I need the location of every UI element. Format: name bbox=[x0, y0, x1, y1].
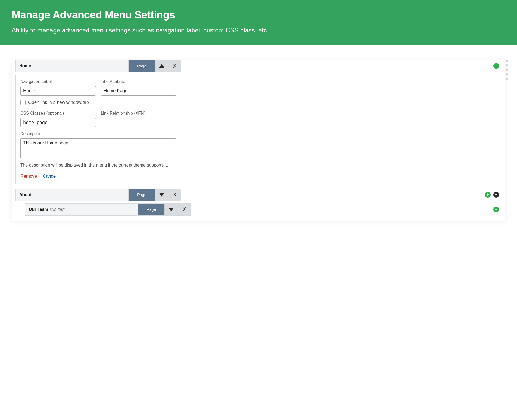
caret-down-icon bbox=[159, 193, 164, 197]
page-header: Manage Advanced Menu Settings Ability to… bbox=[0, 0, 517, 45]
menu-item-bar[interactable]: Home Page X bbox=[15, 60, 181, 72]
expand-toggle[interactable] bbox=[164, 204, 178, 215]
close-icon: X bbox=[183, 206, 186, 212]
actions-separator: | bbox=[38, 174, 42, 179]
description-help-text: The description will be displayed in the… bbox=[20, 162, 176, 168]
row-controls: + bbox=[181, 189, 499, 201]
title-attr-input[interactable] bbox=[101, 86, 176, 96]
remove-item-control[interactable] bbox=[493, 192, 499, 198]
menu-item-bar[interactable]: Our Team sub item Page X bbox=[25, 203, 191, 216]
open-new-checkbox[interactable] bbox=[20, 100, 26, 105]
menu-item-form: Navigation Label Title Attribute Open li… bbox=[15, 75, 181, 184]
menu-row-our-team: Our Team sub item Page X + bbox=[12, 203, 505, 216]
nav-label-input[interactable] bbox=[20, 86, 96, 96]
menu-item-title: About bbox=[16, 189, 128, 201]
collapse-toggle[interactable] bbox=[155, 60, 168, 72]
menu-item-type-badge: Page bbox=[128, 60, 155, 72]
remove-item-button[interactable]: X bbox=[168, 60, 181, 72]
menu-item-title: Our Team sub item bbox=[25, 204, 138, 215]
row-controls: + bbox=[181, 60, 499, 72]
nav-label-label: Navigation Label bbox=[20, 79, 96, 84]
css-classes-label: CSS Classes (optional) bbox=[20, 111, 96, 116]
css-classes-input[interactable] bbox=[20, 118, 96, 127]
add-item-button[interactable]: + bbox=[493, 63, 499, 69]
description-textarea[interactable] bbox=[20, 138, 176, 159]
menu-row-home: Home Page X + bbox=[12, 60, 505, 72]
description-label: Description bbox=[20, 131, 176, 136]
menu-item-title-text: Our Team bbox=[29, 207, 48, 212]
xfn-input[interactable] bbox=[101, 118, 176, 127]
add-item-button[interactable]: + bbox=[485, 192, 491, 198]
menu-settings-panel: Home Page X + Navigation Label bbox=[12, 60, 505, 221]
remove-item-button[interactable]: X bbox=[168, 189, 181, 201]
caret-down-icon bbox=[169, 208, 174, 211]
open-new-label: Open link in a new window/tab bbox=[28, 100, 89, 105]
xfn-label: Link Relationship (XFN) bbox=[101, 111, 176, 116]
menu-item-title: Home bbox=[16, 60, 128, 72]
menu-item-title-text: Home bbox=[19, 64, 31, 68]
close-icon: X bbox=[173, 63, 176, 69]
add-item-button[interactable]: + bbox=[493, 207, 499, 212]
menu-item-type-badge: Page bbox=[138, 204, 164, 215]
close-icon: X bbox=[173, 192, 176, 198]
cancel-link[interactable]: Cancel bbox=[43, 174, 57, 179]
caret-up-icon bbox=[159, 64, 164, 68]
menu-item-type-badge: Page bbox=[128, 189, 155, 201]
item-actions: Remove | Cancel bbox=[20, 174, 176, 179]
row-controls: + bbox=[191, 203, 499, 216]
menu-item-bar[interactable]: About Page X bbox=[15, 189, 181, 201]
expand-toggle[interactable] bbox=[155, 189, 168, 201]
remove-link[interactable]: Remove bbox=[20, 174, 37, 179]
page-subtitle: Ability to manage advanced menu settings… bbox=[12, 27, 505, 34]
content-area: Home Page X + Navigation Label bbox=[0, 45, 517, 231]
menu-item-sub-label: sub item bbox=[50, 207, 66, 212]
menu-row-about: About Page X + bbox=[12, 189, 505, 201]
title-attr-label: Title Attribute bbox=[101, 79, 176, 84]
page-title: Manage Advanced Menu Settings bbox=[12, 9, 505, 21]
menu-item-title-text: About bbox=[19, 192, 31, 197]
remove-item-button[interactable]: X bbox=[178, 204, 191, 215]
